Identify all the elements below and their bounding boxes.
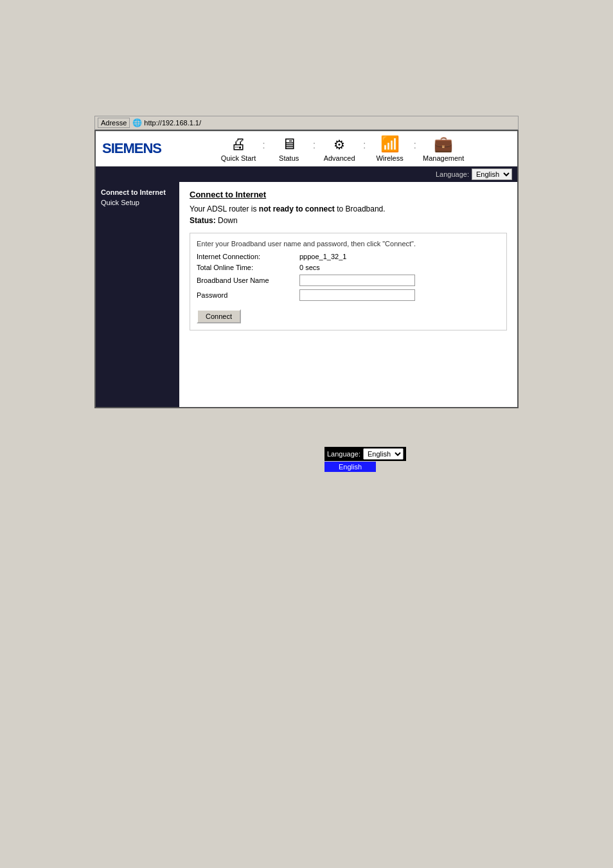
- nav-sep-2: :: [313, 140, 315, 158]
- lang-bar: Language: English: [96, 167, 517, 182]
- bottom-dropdown-option[interactable]: English: [324, 462, 376, 472]
- sidebar: Connect to Internet Quick Setup: [96, 182, 179, 407]
- nav-item-management[interactable]: Management: [418, 135, 469, 162]
- bottom-section: Language: English English: [324, 447, 406, 472]
- bottom-lang-bar: Language: English: [324, 447, 406, 461]
- connect-button[interactable]: Connect: [197, 309, 241, 323]
- nav-item-quick-start[interactable]: Quick Start: [216, 135, 261, 162]
- password-input[interactable]: [299, 289, 415, 301]
- label-username: Broadband User Name: [197, 276, 299, 284]
- nav-sep-1: :: [262, 140, 265, 158]
- content-area: Connect to Internet Quick Setup Connect …: [96, 182, 517, 407]
- status-down-value: Down: [218, 216, 238, 225]
- lang-bar-label: Language:: [436, 170, 469, 178]
- nav-sep-4: :: [414, 140, 416, 158]
- status-text: Your ADSL router is not ready to connect…: [190, 204, 507, 213]
- language-select[interactable]: English: [472, 168, 512, 180]
- form-row-connection: Internet Connection: pppoe_1_32_1: [197, 253, 500, 260]
- bottom-lang-label: Language:: [327, 450, 360, 458]
- router-frame: SIEMENS Quick Start : Status : Advanced …: [94, 130, 519, 408]
- page-title: Connect to Internet: [190, 190, 507, 199]
- nav-label-status: Status: [279, 154, 299, 162]
- nav-item-advanced[interactable]: Advanced: [317, 135, 362, 162]
- label-online-time: Total Online Time:: [197, 264, 299, 271]
- sidebar-item-quick-setup[interactable]: Quick Setup: [101, 199, 174, 206]
- bottom-language-select[interactable]: English: [363, 448, 404, 460]
- address-label: Adresse: [98, 118, 130, 128]
- username-input[interactable]: [299, 275, 415, 286]
- nav-bar: SIEMENS Quick Start : Status : Advanced …: [96, 131, 517, 167]
- form-row-online-time: Total Online Time: 0 secs: [197, 264, 500, 271]
- address-bar: Adresse 🌐 http://192.168.1.1/: [94, 116, 519, 130]
- label-password: Password: [197, 291, 299, 299]
- status-icon: [281, 135, 297, 153]
- quickstart-icon: [231, 135, 246, 153]
- sidebar-item-connect[interactable]: Connect to Internet: [101, 188, 174, 196]
- wireless-icon: [380, 135, 400, 153]
- nav-label-advanced: Advanced: [324, 154, 355, 162]
- value-online-time: 0 secs: [299, 264, 320, 271]
- status-down-label: Status:: [190, 216, 216, 225]
- advanced-icon: [333, 135, 345, 153]
- nav-label-wireless: Wireless: [376, 154, 403, 162]
- main-content: Connect to Internet Your ADSL router is …: [179, 182, 517, 407]
- address-url: http://192.168.1.1/: [144, 119, 201, 127]
- nav-label-quick-start: Quick Start: [221, 154, 256, 162]
- address-icon: 🌐: [132, 118, 142, 127]
- siemens-logo: SIEMENS: [102, 140, 161, 157]
- value-connection: pppoe_1_32_1: [299, 253, 346, 260]
- status-bold: not ready to connect: [259, 204, 335, 213]
- form-box: Enter your Broadband user name and passw…: [190, 233, 507, 330]
- form-row-password: Password: [197, 289, 500, 301]
- label-connection: Internet Connection:: [197, 253, 299, 260]
- status-down: Status: Down: [190, 216, 507, 225]
- nav-item-wireless[interactable]: Wireless: [368, 135, 413, 162]
- nav-sep-3: :: [363, 140, 366, 158]
- nav-item-status[interactable]: Status: [267, 135, 312, 162]
- form-hint: Enter your Broadband user name and passw…: [197, 240, 500, 248]
- nav-items: Quick Start : Status : Advanced : Wirele…: [174, 135, 511, 162]
- management-icon: [434, 135, 453, 153]
- nav-label-management: Management: [423, 154, 464, 162]
- form-row-username: Broadband User Name: [197, 275, 500, 286]
